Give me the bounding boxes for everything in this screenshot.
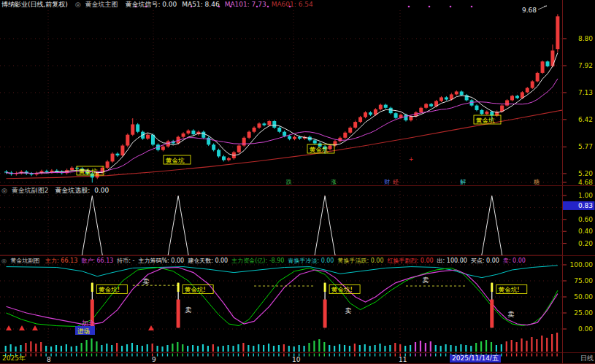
candle [505, 100, 509, 105]
entry-signal-candle [177, 300, 180, 328]
signal-bar [40, 342, 42, 352]
candle [120, 146, 124, 156]
signal-bar [475, 343, 477, 352]
signal-bar [15, 346, 16, 352]
signal-bar [480, 341, 482, 352]
signal-bar [237, 344, 239, 352]
signal-bar [354, 344, 356, 352]
signal-bar [81, 343, 82, 352]
candle [389, 108, 393, 113]
month-label: 8 [47, 356, 51, 364]
candle [379, 105, 383, 109]
signal-bar [329, 345, 330, 352]
signal-bar [111, 345, 112, 352]
candle [424, 104, 428, 108]
candle [212, 144, 215, 150]
candle [313, 140, 317, 143]
candle [126, 135, 129, 146]
candle [460, 91, 464, 95]
signal-bar [501, 344, 502, 352]
selection-indicator-panel[interactable]: 1.000.800.600.400.200.83 [0, 186, 595, 256]
candle [227, 158, 231, 160]
candle [262, 123, 266, 125]
signal-bar [85, 340, 87, 352]
panel2-axis-label: 0.40 [578, 228, 593, 235]
candle [338, 138, 342, 142]
main-candlestick-chart[interactable]: 8.807.927.136.425.775.204.68黄金坑黄金坑黄金坑黄金坑… [0, 0, 595, 186]
candle [298, 137, 302, 139]
entry-signal-candle [490, 300, 494, 328]
price-axis-label: 7.92 [578, 62, 593, 69]
signal-bar [399, 344, 401, 352]
header-field: 黄金坑信号: 0.00 [125, 1, 177, 8]
signal-bar [516, 342, 518, 352]
price-axis-label: 5.77 [578, 143, 593, 150]
signal-bar [152, 344, 153, 352]
signal-bar [45, 346, 47, 352]
signal-bar [172, 344, 173, 352]
panel3-field: 红换手剧烈: 0.00 [388, 257, 434, 264]
sell-mark: 卖 [423, 276, 429, 284]
panel3-icon[interactable]: ◎ [1, 257, 7, 264]
strength-indicator-panel[interactable]: 100.0075.0050.0025.000.00黄金坑!黄金坑!黄金坑!黄金坑… [0, 256, 595, 364]
signal-bar [404, 346, 406, 352]
panel3-axis-label: 0.00 [578, 325, 593, 333]
panel3-axis-label: 75.00 [574, 277, 593, 284]
signal-bar [273, 346, 275, 352]
candle [384, 105, 388, 108]
signal-bar [50, 346, 52, 352]
signal-bar [334, 346, 335, 352]
candle [288, 136, 291, 139]
candle [222, 156, 226, 160]
signal-bar [242, 343, 244, 352]
signal-bar [440, 346, 442, 352]
signal-bar [445, 344, 447, 352]
period-label[interactable]: 日线 [580, 355, 594, 363]
panel3-field: 青换手冷淡: 0.00 [288, 257, 334, 264]
signal-dot [450, 6, 452, 8]
signal-bar [142, 346, 143, 352]
golden-pit-label: 黄金坑 [78, 168, 98, 175]
panel3-axis-label: 50.00 [574, 293, 593, 301]
candle [283, 132, 286, 136]
indicator-title: 黄金坑主图 [85, 1, 118, 8]
candle [348, 128, 352, 133]
golden-pit-alert-label: 黄金坑! [98, 286, 120, 293]
signal-bar [364, 344, 366, 352]
candle [546, 61, 550, 66]
price-axis-label: 4.68 [578, 179, 593, 186]
signal-bar [410, 345, 411, 352]
candle [329, 146, 332, 150]
candle [550, 50, 554, 66]
candle [353, 122, 357, 128]
signal-bar [369, 346, 371, 352]
panel2-field-label: 黄金坑选股: [55, 187, 90, 194]
candle [182, 133, 185, 137]
signal-bar [202, 344, 204, 352]
signal-bar [521, 338, 522, 352]
signal-bar [247, 345, 249, 352]
month-label: 11 [399, 356, 407, 364]
signal-bar [283, 344, 285, 352]
signal-bar [288, 346, 290, 352]
signal-bar [546, 338, 548, 352]
candle [358, 117, 362, 123]
signal-bar [166, 345, 168, 352]
candle [475, 106, 478, 110]
header-field: MA601: 6.54 [272, 1, 313, 8]
signal-dot [429, 6, 431, 8]
signal-bar [420, 341, 421, 352]
signal-bar [177, 342, 178, 352]
signal-bar [137, 345, 138, 352]
panel2-icon[interactable]: ◎ [1, 187, 7, 194]
signal-bar [349, 346, 350, 352]
candle [115, 154, 119, 156]
signal-bar [313, 341, 315, 352]
indicator-icon[interactable]: ◎ [75, 1, 81, 8]
candle [445, 97, 448, 99]
signal-bar [66, 344, 67, 352]
signal-bar [228, 345, 229, 352]
panel3-field: 建仓天数: 0.00 [188, 257, 228, 264]
plus-mark: + [409, 156, 414, 163]
candle [237, 146, 241, 152]
